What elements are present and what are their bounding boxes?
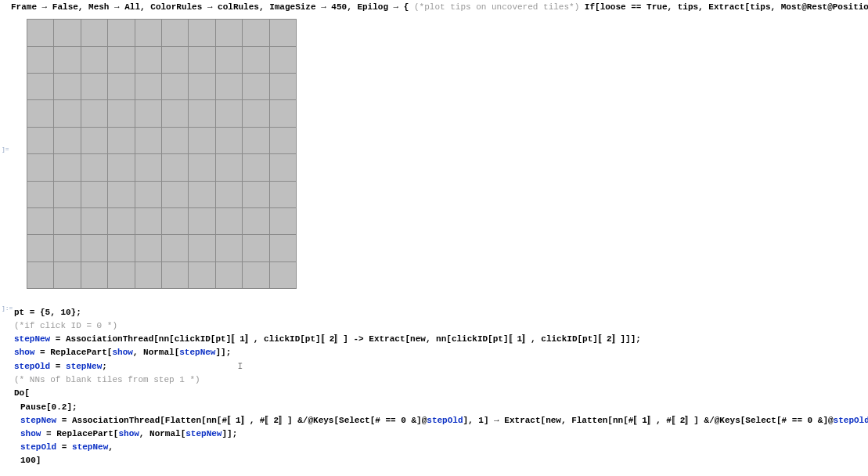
grid-cell[interactable] <box>27 74 54 100</box>
grid-cell[interactable] <box>27 100 54 127</box>
grid-cell[interactable] <box>269 74 296 100</box>
grid-cell[interactable] <box>189 20 215 46</box>
grid-cell[interactable] <box>135 100 161 127</box>
grid-cell[interactable] <box>215 74 242 100</box>
grid-cell[interactable] <box>81 20 107 46</box>
grid-cell[interactable] <box>81 261 107 288</box>
grid-cell[interactable] <box>269 181 296 207</box>
grid-cell[interactable] <box>215 154 242 181</box>
grid-cell[interactable] <box>161 235 188 261</box>
grid-cell[interactable] <box>269 208 296 235</box>
grid-cell[interactable] <box>135 154 161 181</box>
grid-cell[interactable] <box>161 181 188 207</box>
grid-cell[interactable] <box>243 181 269 207</box>
grid-cell[interactable] <box>135 20 161 46</box>
grid-cell[interactable] <box>27 154 54 181</box>
grid-cell[interactable] <box>269 154 296 181</box>
grid-cell[interactable] <box>135 235 161 261</box>
grid-cell[interactable] <box>161 208 188 235</box>
grid-cell[interactable] <box>135 261 161 288</box>
grid-cell[interactable] <box>243 46 269 73</box>
grid-cell[interactable] <box>269 20 296 46</box>
grid-cell[interactable] <box>108 100 135 127</box>
grid-cell[interactable] <box>189 100 215 127</box>
grid-cell[interactable] <box>215 235 242 261</box>
grid-cell[interactable] <box>81 74 107 100</box>
grid-cell[interactable] <box>54 127 81 153</box>
grid-cell[interactable] <box>215 100 242 127</box>
grid-cell[interactable] <box>54 46 81 73</box>
grid-cell[interactable] <box>243 100 269 127</box>
grid-cell[interactable] <box>269 235 296 261</box>
grid-cell[interactable] <box>27 127 54 153</box>
grid-cell[interactable] <box>215 208 242 235</box>
grid-cell[interactable] <box>189 261 215 288</box>
grid-cell[interactable] <box>108 46 135 73</box>
grid-cell[interactable] <box>269 46 296 73</box>
grid-cell[interactable] <box>81 235 107 261</box>
grid-cell[interactable] <box>215 46 242 73</box>
grid-cell[interactable] <box>27 261 54 288</box>
grid-cell[interactable] <box>243 154 269 181</box>
grid-cell[interactable] <box>81 127 107 153</box>
grid-cell[interactable] <box>108 127 135 153</box>
grid-cell[interactable] <box>189 154 215 181</box>
grid-cell[interactable] <box>243 261 269 288</box>
grid-cell[interactable] <box>54 208 81 235</box>
grid-cell[interactable] <box>135 208 161 235</box>
grid-cell[interactable] <box>108 20 135 46</box>
grid-cell[interactable] <box>54 181 81 207</box>
grid-cell[interactable] <box>81 181 107 207</box>
grid-cell[interactable] <box>108 154 135 181</box>
grid-cell[interactable] <box>27 208 54 235</box>
grid-cell[interactable] <box>54 100 81 127</box>
grid-cell[interactable] <box>54 261 81 288</box>
grid-cell[interactable] <box>189 208 215 235</box>
grid-cell[interactable] <box>27 46 54 73</box>
grid-cell[interactable] <box>108 74 135 100</box>
grid-cell[interactable] <box>161 46 188 73</box>
grid-cell[interactable] <box>54 154 81 181</box>
grid-cell[interactable] <box>215 127 242 153</box>
grid-cell[interactable] <box>108 181 135 207</box>
grid-cell[interactable] <box>135 74 161 100</box>
grid-cell[interactable] <box>135 46 161 73</box>
grid-cell[interactable] <box>215 261 242 288</box>
grid-cell[interactable] <box>135 181 161 207</box>
grid-cell[interactable] <box>108 235 135 261</box>
grid-cell[interactable] <box>269 100 296 127</box>
grid-cell[interactable] <box>54 235 81 261</box>
grid-cell[interactable] <box>161 100 188 127</box>
grid-cell[interactable] <box>269 261 296 288</box>
grid-cell[interactable] <box>54 74 81 100</box>
grid-cell[interactable] <box>161 20 188 46</box>
grid-cell[interactable] <box>189 127 215 153</box>
grid-cell[interactable] <box>243 74 269 100</box>
grid-cell[interactable] <box>215 20 242 46</box>
grid-cell[interactable] <box>189 46 215 73</box>
grid-cell[interactable] <box>27 235 54 261</box>
grid-cell[interactable] <box>243 208 269 235</box>
grid-cell[interactable] <box>81 46 107 73</box>
grid-cell[interactable] <box>81 100 107 127</box>
grid-cell[interactable] <box>189 74 215 100</box>
grid-cell[interactable] <box>243 127 269 153</box>
grid-cell[interactable] <box>269 127 296 153</box>
grid-cell[interactable] <box>27 181 54 207</box>
grid-cell[interactable] <box>81 208 107 235</box>
grid-cell[interactable] <box>81 154 107 181</box>
grid-cell[interactable] <box>54 20 81 46</box>
grid-cell[interactable] <box>243 20 269 46</box>
grid-cell[interactable] <box>189 181 215 207</box>
grid-cell[interactable] <box>189 235 215 261</box>
grid-cell[interactable] <box>161 154 188 181</box>
grid-cell[interactable] <box>135 127 161 153</box>
grid-cell[interactable] <box>27 20 54 46</box>
code-input-cell[interactable]: pt = {5, 10}; (*if click ID = 0 *) stepN… <box>14 306 868 467</box>
grid-cell[interactable] <box>161 127 188 153</box>
grid-cell[interactable] <box>243 235 269 261</box>
grid-cell[interactable] <box>161 74 188 100</box>
grid-cell[interactable] <box>161 261 188 288</box>
grid-cell[interactable] <box>215 181 242 207</box>
grid-cell[interactable] <box>108 261 135 288</box>
